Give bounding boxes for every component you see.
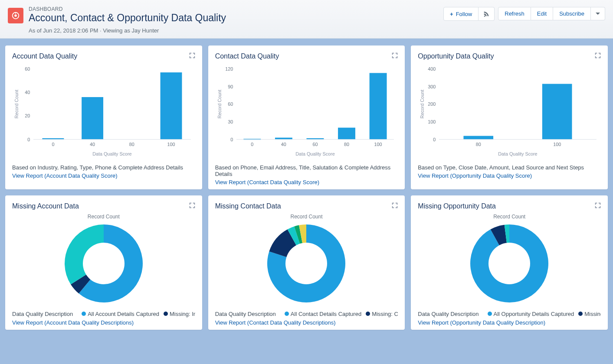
- page-header: DASHBOARD Account, Contact & Opportunity…: [0, 0, 613, 39]
- chevron-down-icon: [595, 11, 600, 16]
- follow-button[interactable]: + Follow: [443, 7, 479, 21]
- svg-text:Record Count: Record Count: [216, 90, 222, 118]
- follow-label: Follow: [456, 11, 472, 17]
- donut-subtitle: Record Count: [493, 214, 525, 220]
- svg-text:100: 100: [428, 119, 436, 124]
- legend-label: Data Quality Description: [12, 311, 73, 317]
- view-report-link[interactable]: View Report (Account Data Quality Descri…: [12, 319, 134, 326]
- svg-text:90: 90: [228, 84, 233, 89]
- view-report-link[interactable]: View Report (Contact Data Quality Score): [215, 179, 319, 185]
- svg-text:80: 80: [476, 142, 481, 147]
- svg-point-49: [488, 243, 530, 284]
- legend-item: All Contact Details Captured: [291, 311, 361, 317]
- svg-rect-31: [369, 73, 387, 139]
- card-account-data-quality: Account Data Quality 0204060Record Count…: [5, 46, 202, 189]
- svg-text:0: 0: [27, 137, 30, 142]
- refresh-button[interactable]: Refresh: [498, 7, 531, 20]
- svg-text:80: 80: [344, 142, 349, 147]
- expand-icon[interactable]: [188, 202, 196, 209]
- card-title: Missing Opportunity Data: [418, 202, 601, 210]
- card-missing-contact-data: Missing Contact Data Record Count Data Q…: [208, 195, 405, 330]
- card-title: Missing Account Data: [12, 202, 195, 210]
- svg-rect-25: [275, 138, 292, 140]
- svg-text:60: 60: [25, 66, 30, 72]
- more-actions-button[interactable]: [591, 7, 605, 20]
- feed-icon: [483, 10, 490, 17]
- svg-rect-41: [464, 136, 494, 140]
- svg-text:0: 0: [251, 142, 253, 147]
- legend-swatch-icon: [285, 312, 289, 316]
- svg-text:200: 200: [428, 101, 436, 107]
- page-meta: As of Jun 22, 2018 2:06 PM · Viewing as …: [29, 27, 226, 34]
- svg-point-1: [14, 14, 17, 17]
- svg-rect-43: [542, 84, 572, 140]
- svg-rect-29: [338, 128, 355, 140]
- svg-text:400: 400: [428, 66, 436, 72]
- card-title: Missing Contact Data: [215, 202, 398, 210]
- svg-text:0: 0: [433, 137, 436, 142]
- svg-text:100: 100: [167, 142, 175, 147]
- svg-rect-9: [82, 97, 103, 140]
- dashboard-icon: [8, 8, 23, 23]
- card-opportunity-data-quality: Opportunity Data Quality 0100200300400Re…: [411, 46, 608, 189]
- view-report-link[interactable]: View Report (Account Data Quality Score): [12, 172, 118, 179]
- legend: Data Quality Description All Account Det…: [12, 310, 195, 318]
- eyebrow: DASHBOARD: [29, 6, 226, 12]
- legend-swatch-icon: [366, 312, 370, 316]
- legend-item: All Opportunity Details Captured: [494, 311, 574, 317]
- svg-text:300: 300: [428, 84, 436, 89]
- legend-swatch-icon: [82, 312, 86, 316]
- feed-button[interactable]: [479, 7, 495, 21]
- svg-text:0: 0: [230, 137, 233, 142]
- svg-text:60: 60: [228, 101, 233, 107]
- svg-text:120: 120: [225, 66, 233, 72]
- bar-chart-contact: 0306090120Record Count0406080100Data Qua…: [215, 64, 398, 159]
- expand-icon[interactable]: [188, 52, 196, 59]
- plus-icon: +: [450, 11, 453, 17]
- card-contact-data-quality: Contact Data Quality 0306090120Record Co…: [208, 46, 405, 189]
- svg-text:20: 20: [25, 113, 30, 118]
- svg-text:Data Quality Score: Data Quality Score: [498, 151, 538, 156]
- svg-rect-13: [161, 72, 182, 140]
- card-note: Based on Type, Close Date, Amount, Lead …: [418, 164, 601, 171]
- bar-chart-account: 0204060Record Count04080100Data Quality …: [12, 64, 195, 159]
- legend-label: Data Quality Description: [215, 311, 276, 317]
- view-report-link[interactable]: View Report (Opportunity Data Quality Sc…: [418, 172, 532, 179]
- svg-text:60: 60: [312, 142, 318, 147]
- card-missing-account-data: Missing Account Data Record Count Data Q…: [5, 195, 202, 330]
- svg-text:100: 100: [374, 142, 382, 147]
- donut-chart-opportunity: [468, 222, 551, 305]
- svg-text:30: 30: [228, 119, 233, 124]
- view-report-link[interactable]: View Report (Opportunity Data Quality De…: [418, 319, 545, 326]
- donut-chart-contact: [265, 222, 347, 305]
- edit-button[interactable]: Edit: [531, 7, 553, 20]
- header-actions: + Follow Refresh Edit Subscribe: [443, 7, 605, 21]
- card-note: Based on Industry, Rating, Type, Phone &…: [12, 164, 195, 171]
- legend-label: Data Quality Description: [418, 311, 479, 317]
- card-missing-opportunity-data: Missing Opportunity Data Record Count Da…: [411, 195, 608, 330]
- expand-icon[interactable]: [594, 52, 602, 59]
- subscribe-button[interactable]: Subscribe: [553, 7, 591, 20]
- svg-text:Record Count: Record Count: [420, 90, 425, 118]
- expand-icon[interactable]: [594, 202, 602, 209]
- bar-chart-opportunity: 0100200300400Record Count80100Data Quali…: [418, 64, 601, 159]
- view-report-link[interactable]: View Report (Contact Data Quality Descri…: [215, 319, 336, 326]
- svg-text:80: 80: [129, 142, 134, 147]
- expand-icon[interactable]: [391, 52, 399, 59]
- donut-subtitle: Record Count: [88, 214, 120, 220]
- legend-swatch-icon: [488, 312, 492, 316]
- svg-text:40: 40: [90, 142, 95, 147]
- legend-item: Missing: Cor: [372, 311, 398, 317]
- legend-item: Missing: [584, 311, 601, 317]
- dashboard-grid: Account Data Quality 0204060Record Count…: [0, 39, 613, 337]
- expand-icon[interactable]: [391, 202, 399, 209]
- card-title: Contact Data Quality: [215, 52, 398, 60]
- donut-chart-account: [62, 222, 145, 305]
- legend-swatch-icon: [164, 312, 168, 316]
- legend-item: Missing: Ind: [170, 311, 195, 317]
- svg-text:40: 40: [281, 142, 286, 147]
- svg-text:40: 40: [25, 90, 30, 95]
- card-note: Based on Phone, Email Address, Title, Sa…: [215, 164, 398, 177]
- legend: Data Quality Description All Opportunity…: [418, 310, 601, 318]
- card-title: Opportunity Data Quality: [418, 52, 601, 60]
